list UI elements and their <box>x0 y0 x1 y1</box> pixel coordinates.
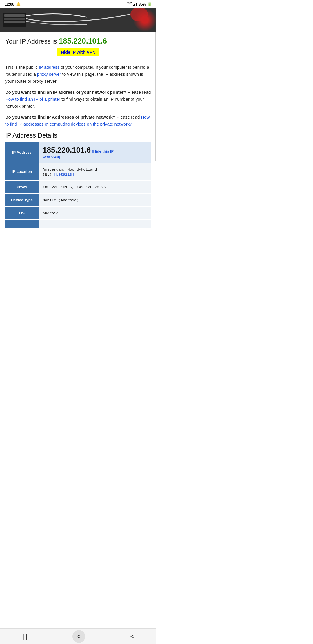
ip-headline: Your IP Address is 185.220.101.6. <box>5 36 151 46</box>
desc-text1: This is the public <box>5 65 39 70</box>
svg-rect-0 <box>133 5 134 6</box>
time-display: 12:06 <box>5 2 14 6</box>
value-ip-address: 185.220.101.6 [Hide this IPwith VPN] <box>39 142 151 163</box>
battery-icon: 🔋 <box>147 2 152 6</box>
proxy-server-link[interactable]: proxy server <box>37 72 61 77</box>
label-os: OS <box>5 207 39 220</box>
table-row-location: IP Location Amsterdam, Noord-Holland(NL)… <box>5 163 151 180</box>
printer-text: Please read <box>126 90 151 95</box>
device-type-value: Mobile (Android) <box>43 198 79 202</box>
wifi-icon <box>127 2 132 7</box>
table-row-os: OS Android <box>5 207 151 220</box>
table-row-browser-partial <box>5 220 151 228</box>
os-value: Android <box>43 211 59 216</box>
ip-address-link[interactable]: IP address <box>39 65 59 70</box>
table-row-device-type: Device Type Mobile (Android) <box>5 193 151 207</box>
value-proxy: 185.220.101.6, 149.126.78.25 <box>39 180 151 193</box>
main-content: Your IP Address is 185.220.101.6. Hide I… <box>0 32 156 231</box>
svg-rect-6 <box>4 14 25 17</box>
svg-rect-1 <box>134 4 135 6</box>
value-ip-location: Amsterdam, Noord-Holland(NL) [Details] <box>39 163 151 180</box>
section-heading: IP Address Details <box>5 132 151 139</box>
ip-big-value: 185.220.101.6 <box>43 146 91 154</box>
svg-rect-8 <box>4 21 25 23</box>
table-row-proxy: Proxy 185.220.101.6, 149.126.78.25 <box>5 180 151 193</box>
proxy-value: 185.220.101.6, 149.126.78.25 <box>43 185 106 189</box>
label-device-type: Device Type <box>5 193 39 207</box>
status-left: 12:06 🔔 <box>5 2 21 6</box>
svg-rect-3 <box>137 2 137 6</box>
printer-bold: Do you want to find an IP address of you… <box>5 90 126 95</box>
label-ip-address: IP Address <box>5 142 39 163</box>
label-ip-location: IP Location <box>5 163 39 180</box>
label-proxy: Proxy <box>5 180 39 193</box>
printer-link[interactable]: How to find an IP of a printer <box>5 97 60 102</box>
private-bold: Do you want to find IP Addresses of priv… <box>5 115 115 120</box>
ip-details-table: IP Address 185.220.101.6 [Hide this IPwi… <box>5 142 151 229</box>
value-device-type: Mobile (Android) <box>39 193 151 207</box>
signal-icon <box>133 2 137 7</box>
notification-icon: 🔔 <box>16 2 21 6</box>
hide-vpn-button[interactable]: Hide IP with VPN <box>57 48 99 56</box>
battery-display: 35% <box>139 2 146 6</box>
label-browser-partial <box>5 220 39 228</box>
svg-rect-2 <box>136 3 137 6</box>
headline-ip: 185.220.101.6 <box>59 37 107 45</box>
printer-paragraph: Do you want to find an IP address of you… <box>5 89 151 110</box>
private-network-paragraph: Do you want to find IP Addresses of priv… <box>5 114 151 128</box>
description-paragraph: This is the public IP address of your co… <box>5 64 151 85</box>
status-bar: 12:06 🔔 35% 🔋 <box>0 0 156 8</box>
hero-image <box>0 8 156 32</box>
svg-rect-7 <box>4 18 25 20</box>
status-right: 35% 🔋 <box>127 2 152 7</box>
value-os: Android <box>39 207 151 220</box>
table-row-ip: IP Address 185.220.101.6 [Hide this IPwi… <box>5 142 151 163</box>
headline-prefix: Your IP Address is <box>5 38 59 45</box>
location-details-link[interactable]: [Details] <box>54 172 74 177</box>
value-browser-partial <box>39 220 151 228</box>
private-text: Please read <box>115 115 141 120</box>
headline-suffix: . <box>107 38 109 45</box>
scroll-indicator[interactable] <box>155 32 156 161</box>
